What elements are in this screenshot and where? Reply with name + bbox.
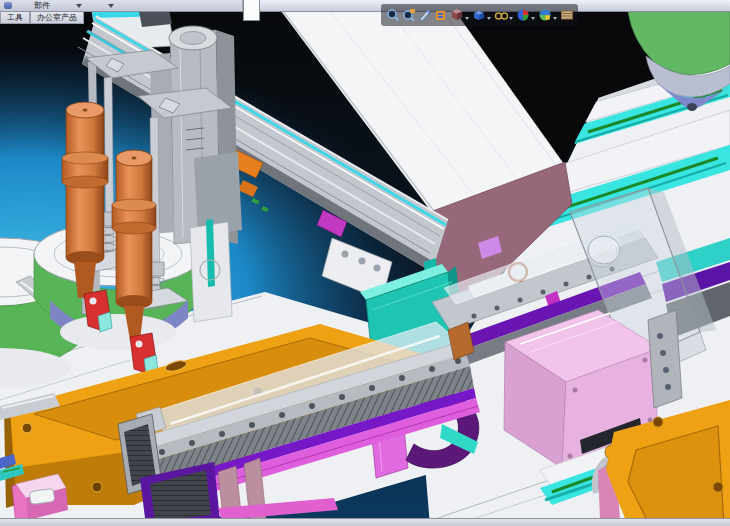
command-group[interactable]: 部件 [0, 0, 243, 11]
dropdown-caret-icon[interactable] [531, 17, 535, 20]
apply-scene-icon[interactable] [515, 8, 530, 23]
command-group-label[interactable]: 部件 [34, 1, 50, 10]
tab-label: 工具 [7, 12, 23, 23]
dropdown-caret-icon[interactable] [76, 4, 82, 8]
zoom-to-area-icon[interactable] [401, 8, 416, 23]
dropdown-caret-icon[interactable] [465, 17, 469, 20]
section-view-icon[interactable] [417, 8, 432, 23]
tab-tools[interactable]: 工具 [0, 12, 30, 24]
viewport-3d[interactable] [0, 0, 730, 526]
commandmanager-bar: 部件 [0, 0, 730, 12]
edit-appearance-icon[interactable] [493, 8, 508, 23]
display-style-icon[interactable] [449, 8, 464, 23]
dropdown-caret-icon[interactable] [553, 17, 557, 20]
dropdown-caret-icon[interactable] [108, 4, 114, 8]
motor-mount-plate[interactable] [648, 310, 682, 408]
command-icon [4, 2, 12, 9]
commandmanager-tabs: 工具 办公室产品 [0, 12, 84, 24]
tab-label: 办公室产品 [37, 12, 77, 23]
toolbar-notch [243, 0, 260, 21]
tab-office-products[interactable]: 办公室产品 [30, 12, 84, 24]
status-bar [0, 518, 730, 526]
heads-up-view-toolbar [381, 4, 578, 26]
view-settings-icon[interactable] [537, 8, 552, 23]
hide-show-items-icon[interactable] [471, 8, 486, 23]
zoom-to-fit-icon[interactable] [385, 8, 400, 23]
scene-panel-icon[interactable] [559, 8, 574, 23]
dropdown-caret-icon[interactable] [509, 17, 513, 20]
view-orientation-icon[interactable] [433, 8, 448, 23]
solidworks-window: 部件 工具 办公室产品 [0, 0, 730, 526]
dropdown-caret-icon[interactable] [487, 17, 491, 20]
